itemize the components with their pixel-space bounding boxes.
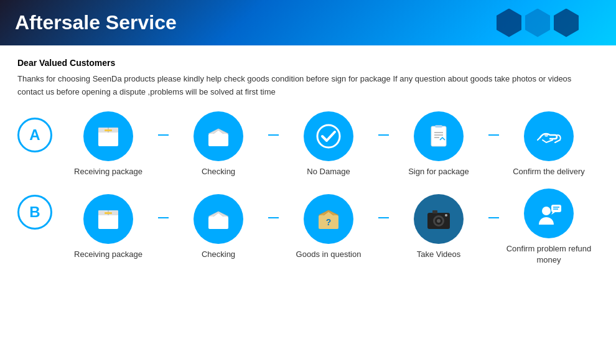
camera-icon <box>424 204 454 234</box>
connector-b4 <box>488 217 499 218</box>
hex-1 <box>497 9 521 37</box>
row-label-a: A <box>17 118 52 152</box>
svg-rect-23 <box>432 210 437 213</box>
svg-rect-6 <box>431 126 446 146</box>
connector-b1 <box>158 217 169 218</box>
sign-icon-wrap <box>414 111 464 161</box>
step-label-refund: Confirm problem refund money <box>499 243 599 266</box>
svg-point-22 <box>437 219 441 223</box>
open-box-b-icon <box>203 204 233 234</box>
person-chat-icon <box>534 198 564 228</box>
step-label-receive-a: Receiving package <box>74 166 142 177</box>
step-check-b: Checking <box>169 194 268 260</box>
svg-point-24 <box>445 214 447 217</box>
step-label-question: Goods in question <box>296 249 362 260</box>
step-label-confirm-delivery: Confirm the delivery <box>513 166 585 177</box>
connector-a1 <box>158 134 169 136</box>
check-a-icon-wrap <box>194 111 243 161</box>
confirm-delivery-icon-wrap <box>524 111 574 161</box>
connector-a2 <box>268 134 279 136</box>
row-a: A Receiving package <box>17 111 599 177</box>
svg-rect-15 <box>105 212 112 214</box>
step-label-receive-b: Receiving package <box>74 249 142 260</box>
question-icon-wrap: ? <box>304 194 353 244</box>
hex-3 <box>554 9 579 37</box>
step-question: ? Goods in question <box>279 194 378 260</box>
open-box-icon <box>203 121 233 151</box>
step-sign: Sign for package <box>389 111 488 177</box>
svg-rect-7 <box>435 125 442 128</box>
row-label-b: B <box>17 195 52 230</box>
connector-b3 <box>378 217 389 218</box>
step-refund: Confirm problem refund money <box>499 189 599 266</box>
description: Thanks for choosing SeenDa products plea… <box>17 73 599 99</box>
step-check-a: Checking <box>169 111 268 177</box>
step-video: Take Videos <box>389 194 488 260</box>
svg-rect-26 <box>551 205 561 212</box>
box-b-icon <box>93 204 123 234</box>
connector-a3 <box>378 134 389 136</box>
hex-2 <box>525 9 550 37</box>
svg-rect-3 <box>105 129 112 131</box>
receive-a-icon-wrap <box>83 111 133 161</box>
content: Dear Valued Customers Thanks for choosin… <box>0 45 616 286</box>
handshake-icon <box>534 121 564 151</box>
svg-marker-29 <box>551 212 555 215</box>
box-icon <box>93 121 123 151</box>
camera-icon-wrap <box>414 194 464 244</box>
row-b: B Receiving package <box>17 189 599 266</box>
step-label-sign: Sign for package <box>408 166 469 177</box>
page-title: Aftersale Service <box>15 11 177 34</box>
svg-rect-0 <box>98 131 118 146</box>
svg-rect-4 <box>208 134 228 146</box>
greeting: Dear Valued Customers <box>17 58 599 68</box>
step-label-video: Take Videos <box>417 249 461 260</box>
checkmark-icon <box>314 121 343 151</box>
steps-row-a: Receiving package Checking <box>58 111 599 177</box>
svg-point-5 <box>317 125 340 147</box>
connector-b2 <box>268 217 279 218</box>
step-receive-b: Receiving package <box>58 194 158 260</box>
header: Aftersale Service <box>0 0 616 45</box>
svg-text:?: ? <box>326 217 332 227</box>
step-confirm-delivery: Confirm the delivery <box>499 111 599 177</box>
hex-decoration <box>497 9 579 37</box>
connector-a4 <box>488 134 499 136</box>
svg-point-11 <box>544 133 548 137</box>
check-b-icon-wrap <box>194 194 243 244</box>
question-box-icon: ? <box>314 204 343 234</box>
svg-rect-12 <box>98 214 118 229</box>
step-receive-a: Receiving package <box>58 111 158 177</box>
step-label-check-b: Checking <box>202 249 235 260</box>
clipboard-icon <box>424 121 454 151</box>
step-label-no-damage: No Damage <box>307 166 350 177</box>
refund-icon-wrap <box>524 189 574 238</box>
steps-row-b: Receiving package Checking <box>58 189 599 266</box>
step-no-damage: No Damage <box>279 111 378 177</box>
receive-b-icon-wrap <box>83 194 133 244</box>
step-label-check-a: Checking <box>202 166 235 177</box>
svg-rect-16 <box>208 217 228 229</box>
svg-point-25 <box>542 207 551 215</box>
no-damage-icon-wrap <box>304 111 353 161</box>
